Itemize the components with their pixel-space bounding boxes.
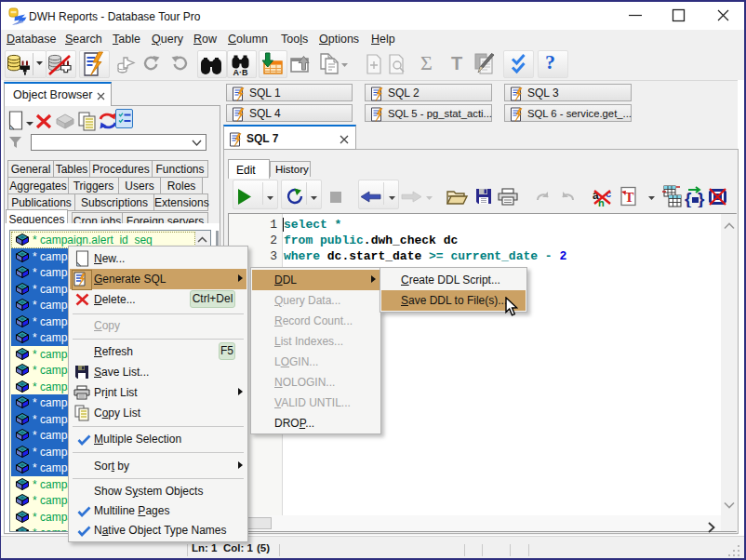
svg-text:T: T [625,190,634,205]
svg-text:}: } [698,189,705,207]
svg-text:{: { [685,189,691,207]
svg-text:A·B: A·B [233,68,248,76]
